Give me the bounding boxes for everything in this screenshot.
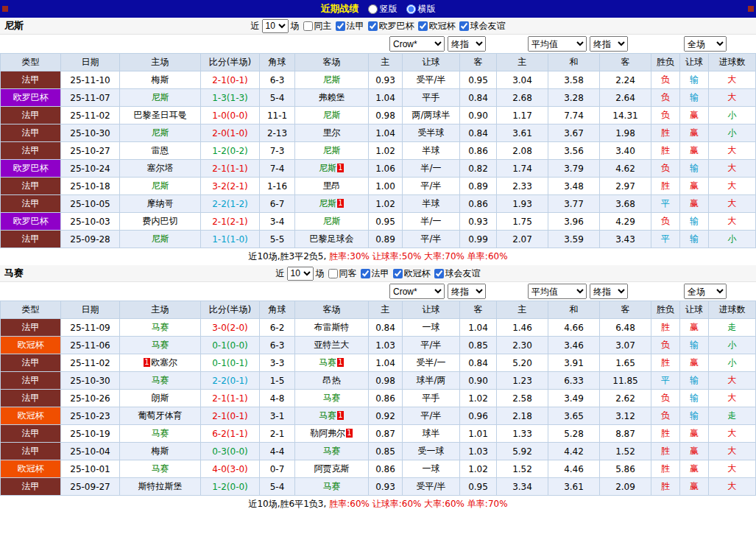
asian-handicap-line: 半/一 xyxy=(403,213,460,231)
away-team-name: 里尔 xyxy=(323,127,341,138)
handicap-result: 输 xyxy=(680,372,709,390)
avg-away-odds: 2.62 xyxy=(600,390,651,407)
league-filter-option[interactable]: 欧冠杯 xyxy=(393,267,431,280)
avg-away-odds: 2.64 xyxy=(600,89,651,107)
league-filter-option[interactable]: 欧罗巴杯 xyxy=(368,20,414,32)
league-checkbox[interactable] xyxy=(336,21,345,31)
league-checkbox[interactable] xyxy=(418,21,428,31)
asian-odds-stage-select[interactable]: 终指 xyxy=(448,284,486,299)
asian-home-odds: 1.04 xyxy=(369,354,403,372)
away-team-name: 尼斯 xyxy=(323,110,341,120)
win-loss-result: 胜 xyxy=(651,443,680,460)
home-team: 葡萄牙体育 xyxy=(120,407,201,425)
avg-draw-odds: 3.48 xyxy=(548,178,600,195)
match-date: 25-10-30 xyxy=(61,372,120,390)
average-odds-select[interactable]: 平均值 xyxy=(528,284,587,299)
vertical-layout-radio[interactable] xyxy=(368,4,378,14)
league-checkbox[interactable] xyxy=(361,269,370,278)
avg-away-odds: 3.68 xyxy=(600,195,651,213)
away-team: 布雷斯特 xyxy=(295,319,369,337)
bookmaker-select[interactable]: Crow* xyxy=(389,36,445,52)
avg-draw-odds: 4.46 xyxy=(548,460,600,478)
asian-handicap-line: 半/一 xyxy=(403,160,460,178)
home-team-name: 尼斯 xyxy=(152,127,169,138)
home-team-name: 巴黎圣日耳曼 xyxy=(134,110,187,120)
match-row: 法甲25-10-18尼斯3-2(2-1)1-16里昂1.00平/半0.892.3… xyxy=(1,178,756,195)
away-team-name: 尼斯 xyxy=(323,74,341,85)
asian-home-odds: 1.04 xyxy=(369,89,403,107)
league-filter-option[interactable]: 欧冠杯 xyxy=(418,20,456,32)
league-checkbox[interactable] xyxy=(393,269,403,278)
asian-handicap-line: 一球 xyxy=(403,460,460,478)
asian-handicap-line: 受一球 xyxy=(403,443,460,460)
avg-home-odds: 1.17 xyxy=(497,107,548,124)
away-team-name: 里昂 xyxy=(323,180,341,191)
asian-handicap-line: 两/两球半 xyxy=(403,107,460,124)
goals-over-under-result: 大 xyxy=(709,478,756,496)
vertical-layout-label: 竖版 xyxy=(380,3,398,15)
league-filter-option[interactable]: 球会友谊 xyxy=(434,267,481,280)
asian-handicap-line: 球半 xyxy=(403,425,460,443)
goals-over-under-result: 大 xyxy=(709,89,756,107)
asian-away-odds: 0.90 xyxy=(460,107,497,124)
asian-odds-stage-select[interactable]: 终指 xyxy=(448,36,486,52)
horizontal-layout-option[interactable]: 横版 xyxy=(406,3,436,15)
same-venue-option[interactable]: 同客 xyxy=(328,267,357,280)
asian-away-odds: 1.02 xyxy=(460,460,497,478)
match-row: 欧冠杯25-11-06马赛0-1(0-0)6-3亚特兰大1.03平/半0.852… xyxy=(1,337,756,354)
league-checkbox[interactable] xyxy=(368,21,378,31)
match-date: 25-09-27 xyxy=(61,478,120,496)
match-score: 3-0(2-0) xyxy=(201,319,260,337)
match-date: 25-10-30 xyxy=(61,124,120,142)
asian-home-odds: 1.04 xyxy=(369,124,403,142)
same-venue-checkbox[interactable] xyxy=(303,21,313,31)
goals-over-under-result: 小 xyxy=(709,231,756,248)
asian-home-odds: 0.85 xyxy=(369,443,403,460)
recent-count-select[interactable]: 10 xyxy=(287,267,314,281)
filter-games-label: 场 xyxy=(291,20,300,32)
recent-count-select[interactable]: 10 xyxy=(262,19,289,33)
page-title: 近期战绩 xyxy=(321,2,359,15)
summary-rates: 胜率:30% 让球率:50% 大率:70% 单率:60% xyxy=(329,250,507,263)
league-filter-option[interactable]: 法甲 xyxy=(336,20,364,32)
asian-home-odds: 1.00 xyxy=(369,178,403,195)
match-date: 25-10-01 xyxy=(61,460,120,478)
away-team: 尼斯 xyxy=(295,213,369,231)
league-checkbox[interactable] xyxy=(459,21,469,31)
match-score: 6-2(1-1) xyxy=(201,425,260,443)
home-team-name: 尼斯 xyxy=(152,180,169,191)
league-filter-option[interactable]: 法甲 xyxy=(361,267,389,280)
corners: 6-3 xyxy=(260,337,295,354)
home-team-name: 葡萄牙体育 xyxy=(138,410,183,421)
asian-home-odds: 0.93 xyxy=(369,71,403,89)
handicap-result: 输 xyxy=(680,231,709,248)
match-scope-select[interactable]: 全场 xyxy=(684,36,727,52)
handicap-result: 赢 xyxy=(680,478,709,496)
avg-home-odds: 5.92 xyxy=(497,443,548,460)
asian-away-odds: 0.95 xyxy=(460,71,497,89)
home-team: 巴黎圣日耳曼 xyxy=(120,107,201,124)
same-venue-option[interactable]: 同主 xyxy=(303,20,332,32)
league-checkbox[interactable] xyxy=(434,269,444,278)
asian-handicap-line: 球半/两 xyxy=(403,372,460,390)
away-team-name: 弗赖堡 xyxy=(319,92,345,102)
same-venue-checkbox[interactable] xyxy=(328,269,338,278)
euro-odds-stage-select[interactable]: 终指 xyxy=(590,36,628,52)
bookmaker-select[interactable]: Crow* xyxy=(389,284,445,299)
vertical-layout-option[interactable]: 竖版 xyxy=(368,3,398,15)
column-header: 和 xyxy=(548,54,600,71)
away-team-name: 勒阿弗尔 xyxy=(310,428,345,438)
home-team: 雷恩 xyxy=(120,142,201,160)
asian-home-odds: 0.95 xyxy=(369,213,403,231)
win-loss-result: 胜 xyxy=(651,178,680,195)
euro-odds-stage-select[interactable]: 终指 xyxy=(590,284,628,299)
average-odds-select[interactable]: 平均值 xyxy=(528,36,587,52)
home-team: 斯特拉斯堡 xyxy=(120,478,201,496)
away-team: 马赛1 xyxy=(295,407,369,425)
home-team-name: 摩纳哥 xyxy=(147,198,174,208)
match-row: 法甲25-10-30尼斯2-0(1-0)2-13里尔1.04受半球0.843.6… xyxy=(1,124,756,142)
match-scope-select[interactable]: 全场 xyxy=(684,284,727,299)
goals-over-under-result: 大 xyxy=(709,160,756,178)
horizontal-layout-radio[interactable] xyxy=(406,4,416,14)
league-filter-option[interactable]: 球会友谊 xyxy=(459,20,506,32)
